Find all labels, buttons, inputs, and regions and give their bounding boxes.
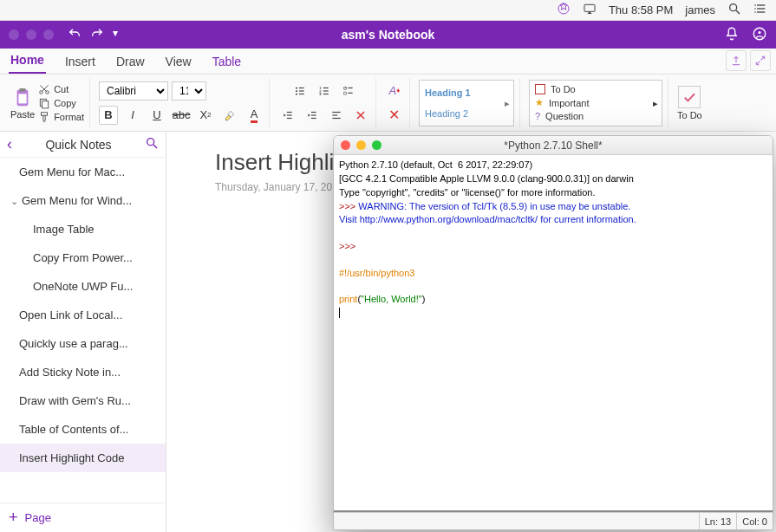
- bullet-list-button[interactable]: [290, 81, 310, 101]
- macos-menubar: Thu 8:58 PM james: [0, 0, 776, 21]
- list-item[interactable]: Table of Contents of...: [0, 415, 166, 444]
- tab-view[interactable]: View: [164, 49, 193, 74]
- screen-mirror-icon[interactable]: [583, 2, 597, 18]
- svg-rect-19: [42, 112, 48, 115]
- list-item[interactable]: Quickly use a parag...: [0, 329, 166, 358]
- menubar-clock[interactable]: Thu 8:58 PM: [609, 3, 673, 16]
- format-painter-button[interactable]: Format: [38, 111, 84, 123]
- ribbon-tabs: Home Insert Draw View Table: [0, 49, 776, 75]
- undo-button[interactable]: [68, 27, 82, 43]
- svg-point-22: [296, 93, 297, 94]
- list-item[interactable]: Gem Menu for Mac...: [0, 158, 166, 186]
- svg-rect-14: [18, 94, 26, 103]
- status-line: Ln: 13: [699, 513, 737, 529]
- copy-button[interactable]: Copy: [38, 97, 84, 109]
- strikethrough-button[interactable]: abc: [172, 106, 191, 125]
- underline-button[interactable]: U: [147, 106, 166, 125]
- fullscreen-button[interactable]: [750, 50, 771, 71]
- list-item[interactable]: Image Table: [0, 215, 166, 243]
- redo-button[interactable]: [90, 27, 104, 43]
- share-button[interactable]: [726, 50, 747, 71]
- align-button[interactable]: [327, 106, 346, 125]
- svg-rect-34: [344, 92, 347, 94]
- list-item-active[interactable]: Insert Highlight Code: [0, 444, 166, 472]
- list-item[interactable]: OneNote UWP Fu...: [0, 272, 166, 301]
- svg-text:3: 3: [319, 92, 322, 96]
- tags-gallery[interactable]: To Do ★Important ?Question ▸: [529, 80, 662, 127]
- shell-titlebar[interactable]: *Python 2.7.10 Shell*: [334, 136, 773, 155]
- shell-statusbar: Ln: 13 Col: 0: [334, 512, 773, 529]
- svg-point-45: [147, 139, 154, 146]
- font-size-select[interactable]: 11: [172, 81, 206, 101]
- clear-format-icon[interactable]: A♦: [385, 81, 404, 101]
- tab-table[interactable]: Table: [211, 49, 243, 74]
- list-item[interactable]: Open Link of Local...: [0, 301, 166, 329]
- search-button[interactable]: [145, 136, 159, 152]
- list-item[interactable]: Add Sticky Note in...: [0, 358, 166, 386]
- subscript-button[interactable]: X2: [196, 106, 215, 125]
- notification-bell-icon[interactable]: [724, 26, 740, 44]
- svg-point-20: [296, 87, 297, 88]
- zoom-icon[interactable]: [372, 140, 381, 150]
- menubar-user[interactable]: james: [685, 3, 715, 16]
- highlight-button[interactable]: [220, 106, 239, 125]
- tab-insert[interactable]: Insert: [63, 49, 97, 74]
- svg-point-7: [754, 4, 756, 6]
- menu-list-icon[interactable]: [753, 2, 767, 18]
- tab-home[interactable]: Home: [9, 48, 46, 74]
- indent-button[interactable]: [303, 106, 322, 125]
- shell-output[interactable]: Python 2.7.10 (default, Oct 6 2017, 22:2…: [334, 155, 773, 512]
- paste-button[interactable]: Paste: [10, 87, 35, 120]
- sidebar-title: Quick Notes: [12, 138, 145, 152]
- svg-point-8: [754, 8, 756, 10]
- headings-gallery[interactable]: Heading 1 Heading 2 ▸: [419, 80, 514, 127]
- window-controls[interactable]: [9, 29, 54, 40]
- outdent-button[interactable]: [278, 106, 297, 125]
- svg-rect-18: [42, 101, 49, 107]
- italic-button[interactable]: I: [123, 106, 142, 125]
- minimize-icon[interactable]: [356, 140, 366, 150]
- spotlight-icon[interactable]: [727, 2, 741, 18]
- svg-point-0: [558, 3, 569, 14]
- list-item[interactable]: Copy From Power...: [0, 243, 166, 272]
- list-item[interactable]: Draw with Gem's Ru...: [0, 386, 166, 415]
- python-shell-window: *Python 2.7.10 Shell* Python 2.7.10 (def…: [333, 135, 773, 530]
- svg-line-46: [153, 145, 157, 148]
- font-color-button[interactable]: A: [245, 106, 264, 125]
- delete-button[interactable]: ✕: [385, 106, 404, 125]
- bold-button[interactable]: B: [99, 106, 118, 125]
- add-page-button[interactable]: + Page: [0, 503, 166, 532]
- todo-button[interactable]: To Do: [672, 78, 708, 127]
- svg-point-9: [754, 11, 756, 13]
- font-name-select[interactable]: Calibri: [99, 81, 168, 101]
- number-list-button[interactable]: 123: [315, 81, 334, 101]
- clipboard-manager-icon[interactable]: [557, 2, 571, 18]
- sidebar: ‹ Quick Notes Gem Menu for Mac... Gem Me…: [0, 132, 166, 532]
- close-icon[interactable]: [341, 140, 350, 150]
- shell-title: *Python 2.7.10 Shell*: [334, 139, 773, 152]
- svg-point-11: [759, 31, 761, 34]
- cut-button[interactable]: Cut: [38, 83, 84, 95]
- svg-rect-13: [19, 88, 25, 92]
- ribbon-toolbar: Paste Cut Copy Format Calibri 11 B I U a…: [0, 75, 776, 132]
- page-list: Gem Menu for Mac... Gem Menu for Wind...…: [0, 158, 166, 503]
- list-item[interactable]: Gem Menu for Wind...: [0, 186, 166, 215]
- account-icon[interactable]: [752, 26, 767, 44]
- svg-rect-1: [584, 4, 595, 11]
- tab-draw[interactable]: Draw: [114, 49, 147, 74]
- svg-line-3: [736, 10, 740, 14]
- checklist-button[interactable]: [339, 81, 358, 101]
- plus-icon: +: [9, 509, 18, 527]
- svg-point-21: [296, 90, 297, 92]
- app-titlebar: ▾ asm's Notebook: [0, 21, 776, 49]
- clear-formatting-button[interactable]: [351, 106, 370, 125]
- status-col: Col: 0: [736, 513, 773, 529]
- titlebar-menu-icon[interactable]: ▾: [113, 27, 118, 43]
- chevron-down-icon: ▸: [505, 97, 510, 108]
- chevron-right-icon: ▸: [653, 97, 658, 108]
- svg-point-2: [730, 4, 737, 11]
